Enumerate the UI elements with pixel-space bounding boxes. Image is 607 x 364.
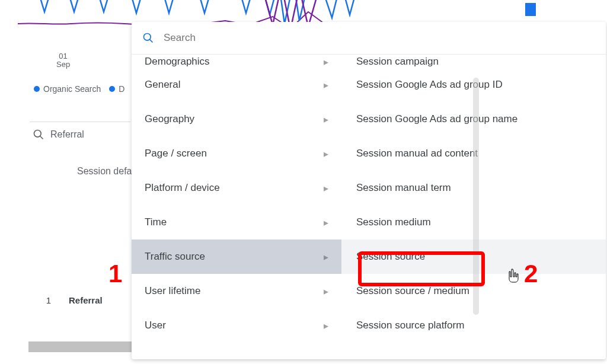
date-axis-label: 01 Sep (56, 52, 70, 69)
row-index: 1 (41, 295, 51, 305)
category-label: Geography (145, 113, 194, 125)
dimension-picker-panel: Demographics ▸ General ▸ Geography ▸ Pag… (132, 22, 606, 359)
legend-dot-icon (109, 86, 115, 92)
panel-body: Demographics ▸ General ▸ Geography ▸ Pag… (132, 55, 606, 359)
option-label: Session medium (356, 216, 431, 228)
category-label: Page / screen (145, 148, 207, 159)
legend-item-organic-search[interactable]: Organic Search (34, 84, 101, 94)
category-item-user-lifetime[interactable]: User lifetime ▸ (132, 274, 341, 308)
option-label: Session source (356, 251, 425, 263)
category-label: Demographics (145, 56, 210, 68)
chevron-right-icon: ▸ (324, 286, 328, 297)
panel-search-row (132, 22, 606, 55)
category-item[interactable]: Demographics ▸ (132, 55, 341, 68)
chevron-right-icon: ▸ (324, 251, 328, 263)
option-label: Session Google Ads ad group ID (356, 79, 503, 91)
chevron-right-icon: ▸ (324, 320, 328, 331)
category-label: Time (145, 216, 167, 228)
category-item-geography[interactable]: Geography ▸ (132, 102, 341, 136)
category-label: Traffic source (145, 251, 205, 263)
table-row[interactable]: 1 Referral (41, 295, 103, 305)
chevron-right-icon: ▸ (324, 148, 328, 159)
option-item[interactable]: Session campaign (341, 55, 606, 68)
category-item-time[interactable]: Time ▸ (132, 205, 341, 240)
legend-dot-icon (34, 86, 40, 92)
option-label: Session manual ad content (356, 148, 478, 159)
option-label: Session source / medium (356, 285, 469, 297)
category-item-platform-device[interactable]: Platform / device ▸ (132, 171, 341, 205)
divider (30, 122, 130, 122)
dimension-search-row: Referral (33, 129, 84, 141)
chart-legend: Organic Search D (34, 84, 124, 94)
horizontal-scrollbar[interactable] (28, 341, 132, 352)
chevron-right-icon: ▸ (324, 79, 328, 91)
search-value: Referral (50, 129, 84, 140)
option-label: Session source platform (356, 320, 464, 331)
option-label: Session manual term (356, 182, 451, 194)
category-column: Demographics ▸ General ▸ Geography ▸ Pag… (132, 55, 341, 359)
chevron-right-icon: ▸ (324, 217, 328, 228)
bar-stub (525, 3, 536, 16)
category-item-traffic-source[interactable]: Traffic source ▸ (132, 240, 341, 274)
category-label: Platform / device (145, 182, 220, 194)
search-icon (33, 129, 44, 141)
dimension-search-input[interactable] (164, 32, 595, 44)
svg-line-1 (40, 136, 43, 139)
category-item-general[interactable]: General ▸ (132, 68, 341, 102)
scrollbar-track[interactable] (473, 78, 479, 315)
svg-point-2 (144, 34, 151, 41)
chevron-right-icon: ▸ (324, 56, 328, 68)
svg-line-3 (150, 40, 153, 43)
option-label: Session Google Ads ad group name (356, 113, 517, 125)
session-default-label: Session defa (77, 166, 132, 177)
chevron-right-icon: ▸ (324, 114, 328, 125)
legend-item-direct[interactable]: D (109, 84, 124, 94)
category-item-user[interactable]: User ▸ (132, 308, 341, 343)
search-icon (142, 32, 154, 44)
row-name: Referral (69, 295, 103, 305)
category-item-page-screen[interactable]: Page / screen ▸ (132, 136, 341, 171)
chevron-right-icon: ▸ (324, 183, 328, 194)
svg-point-0 (34, 130, 41, 138)
category-label: User lifetime (145, 285, 200, 297)
category-label: General (145, 79, 180, 91)
category-label: User (145, 320, 166, 331)
option-label: Session campaign (356, 56, 439, 68)
